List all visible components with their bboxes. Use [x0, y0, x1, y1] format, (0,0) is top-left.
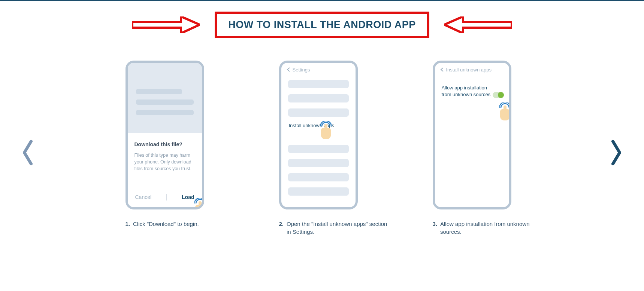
step-3: Install unknown apps Allow app installat…	[433, 61, 519, 236]
download-dialog-body: Files of this type may harm your phone. …	[134, 152, 195, 172]
carousel-prev-button[interactable]	[21, 140, 36, 167]
settings-header: Settings	[293, 67, 310, 73]
page-title: HOW TO INSTALL THE ANDROID APP	[228, 19, 416, 31]
page-title-box: HOW TO INSTALL THE ANDROID APP	[215, 12, 429, 38]
load-button[interactable]: Load	[182, 194, 194, 200]
chevron-left-icon	[440, 67, 444, 72]
carousel-next-button[interactable]	[608, 140, 623, 167]
arrow-right-icon	[132, 16, 200, 33]
step-3-phone: Install unknown apps Allow app installat…	[433, 61, 511, 209]
step-1: Download this file? Files of this type m…	[126, 61, 212, 236]
step-3-number: 3.	[433, 220, 438, 236]
step-1-phone: Download this file? Files of this type m…	[126, 61, 204, 209]
step-3-caption: Allow app installation from unknown sour…	[440, 220, 545, 236]
step-2: Settings Install unknown apps 2. Open th…	[279, 61, 365, 236]
step-2-phone: Settings Install unknown apps	[279, 61, 358, 209]
allow-unknown-sources-toggle[interactable]	[493, 92, 504, 98]
chevron-left-icon	[287, 67, 290, 72]
step-2-number: 2.	[279, 220, 284, 236]
step-1-caption: Click "Download" to begin.	[133, 220, 199, 228]
step-2-caption: Open the "Install unknown apps" section …	[287, 220, 391, 236]
step-1-number: 1.	[126, 220, 130, 228]
allow-unknown-sources-label: Allow app installation from unknown sour…	[442, 85, 498, 98]
cancel-button[interactable]: Cancel	[135, 194, 151, 200]
install-unknown-apps-link[interactable]: Install unknown apps	[289, 123, 349, 128]
arrow-left-icon	[444, 16, 512, 33]
install-unknown-apps-header: Install unknown apps	[446, 67, 492, 73]
tap-hand-icon	[498, 102, 511, 120]
download-dialog-title: Download this file?	[134, 141, 195, 147]
